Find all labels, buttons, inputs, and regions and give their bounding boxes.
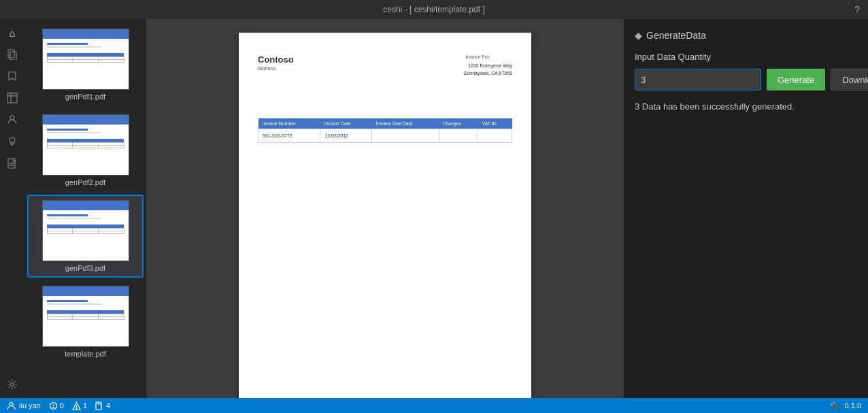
file-thumbnail-template bbox=[42, 286, 129, 347]
status-user: liu yan bbox=[7, 401, 41, 410]
user-name: liu yan bbox=[19, 401, 41, 410]
file-item-genpdf1[interactable]: genPdf1.pdf bbox=[27, 23, 144, 106]
pdf-invoice-table: Invoice Number Invoice Date Invoice Due … bbox=[258, 118, 512, 143]
file-item-template[interactable]: template.pdf bbox=[27, 280, 144, 363]
generate-button[interactable]: Generate bbox=[767, 69, 825, 90]
file-item-genpdf2[interactable]: genPdf2.pdf bbox=[27, 109, 144, 192]
svg-point-12 bbox=[10, 402, 13, 406]
pdf-col-invoice-number: Invoice Number bbox=[258, 118, 320, 129]
status-message: 3 Data has been successfully generated. bbox=[635, 101, 857, 112]
plugin-title: GenerateData bbox=[646, 30, 706, 41]
settings-icon[interactable] bbox=[3, 375, 22, 394]
pdf-address-line1: 1020 Enterprise Way bbox=[464, 63, 512, 70]
person-icon[interactable] bbox=[3, 110, 22, 129]
status-right: 🔌 0.1.0 bbox=[830, 401, 861, 410]
right-panel: ◆ GenerateData Input Data Quantity Gener… bbox=[623, 19, 868, 398]
svg-rect-2 bbox=[7, 93, 17, 103]
pdf-invoice-for-label: Invoice For: bbox=[465, 54, 490, 59]
bulb-icon[interactable] bbox=[3, 132, 22, 151]
version-label: 0.1.0 bbox=[845, 401, 861, 410]
pdf-address-line2: Sunnayvale, CA 87859 bbox=[464, 70, 512, 78]
quantity-input[interactable] bbox=[635, 69, 761, 90]
home-icon[interactable]: ⌂ bbox=[3, 23, 22, 42]
file-thumbnail-genpdf3 bbox=[42, 200, 129, 261]
status-files: 4 bbox=[95, 401, 110, 410]
plug-icon: 🔌 bbox=[830, 401, 839, 410]
table-icon[interactable] bbox=[3, 88, 22, 108]
file-name-template: template.pdf bbox=[65, 350, 106, 358]
pdf-viewer: Contoso Address: Invoice For: 1020 Enter… bbox=[147, 19, 623, 398]
file-count: 4 bbox=[106, 401, 110, 410]
pdf-col-invoice-due-date: Invoice Due Date bbox=[372, 118, 439, 129]
cell-invoice-number: 561-516-5775 bbox=[258, 129, 320, 143]
file-name-genpdf1: genPdf1.pdf bbox=[65, 93, 105, 101]
file-name-genpdf2: genPdf2.pdf bbox=[65, 178, 105, 186]
file-panel: genPdf1.pdf genPdf2.pdf bbox=[24, 19, 147, 398]
plugin-header: ◆ GenerateData bbox=[635, 30, 857, 41]
input-row: Generate Download bbox=[635, 69, 857, 90]
svg-rect-1 bbox=[10, 52, 16, 60]
file-name-genpdf3: genPdf3.pdf bbox=[65, 264, 105, 272]
pdf-col-vat-id: VAT ID bbox=[478, 118, 512, 129]
cell-invoice-date: 12/03/2010 bbox=[320, 129, 372, 143]
bookmarks-icon[interactable] bbox=[3, 67, 22, 86]
files-icon[interactable] bbox=[3, 45, 22, 64]
file-thumbnail-genpdf2 bbox=[42, 114, 129, 176]
window-title: ceshi - [ ceshi/template.pdf ] bbox=[383, 5, 484, 14]
status-errors[interactable]: 0 bbox=[49, 401, 64, 410]
svg-rect-18 bbox=[96, 402, 101, 410]
svg-point-15 bbox=[53, 407, 54, 408]
svg-point-17 bbox=[76, 408, 77, 408]
svg-point-5 bbox=[10, 116, 14, 120]
quantity-label: Input Data Quantity bbox=[635, 52, 857, 62]
icon-sidebar: ⌂ bbox=[0, 19, 24, 398]
cell-charges bbox=[439, 129, 478, 143]
title-bar: ceshi - [ ceshi/template.pdf ] ? bbox=[0, 0, 868, 19]
status-warnings[interactable]: 1 bbox=[72, 401, 87, 410]
help-button[interactable]: ? bbox=[854, 4, 860, 15]
status-bar: liu yan 0 1 4 🔌 0.1.0 bbox=[0, 398, 868, 413]
pdf-col-charges: Charges bbox=[439, 118, 478, 129]
download-button[interactable]: Download bbox=[831, 69, 868, 90]
warning-count: 1 bbox=[83, 401, 87, 410]
table-row: 561-516-5775 12/03/2010 bbox=[258, 129, 512, 143]
pdf-col-invoice-date: Invoice Date bbox=[320, 118, 372, 129]
svg-point-11 bbox=[11, 383, 14, 386]
pdf-page: Contoso Address: Invoice For: 1020 Enter… bbox=[239, 33, 531, 398]
file-thumbnail-genpdf1 bbox=[42, 29, 129, 90]
svg-rect-0 bbox=[8, 50, 14, 58]
cell-vat-id bbox=[478, 129, 512, 143]
pdf-invoice-address: 1020 Enterprise Way Sunnayvale, CA 87859 bbox=[464, 63, 512, 77]
doc-icon[interactable] bbox=[3, 154, 22, 173]
cell-invoice-due-date bbox=[372, 129, 439, 143]
file-item-genpdf3[interactable]: genPdf3.pdf bbox=[27, 195, 144, 278]
diamond-icon: ◆ bbox=[635, 30, 642, 41]
error-count: 0 bbox=[60, 401, 64, 410]
